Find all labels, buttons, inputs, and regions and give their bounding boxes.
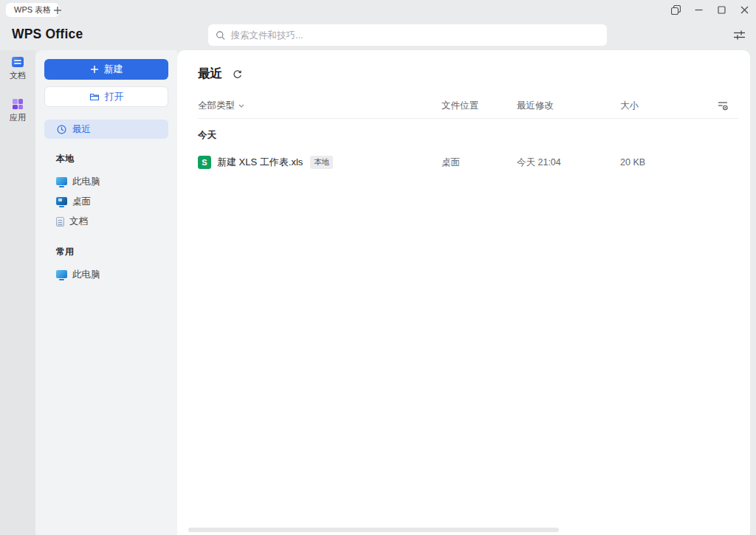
- close-icon: [740, 6, 749, 14]
- column-header-modified[interactable]: 最近修改: [517, 100, 620, 112]
- new-tab-button[interactable]: [51, 4, 64, 17]
- plus-icon: [53, 6, 62, 15]
- sidebar-item-label: 此电脑: [72, 176, 100, 188]
- app-title: WPS Office: [12, 27, 83, 42]
- column-header-size[interactable]: 大小: [620, 100, 718, 112]
- rail-item-label: 应用: [10, 112, 26, 123]
- computer-icon: [56, 270, 67, 278]
- global-settings-button[interactable]: [729, 24, 749, 45]
- list-header-row: 全部类型 文件位置 最近修改 大小: [198, 100, 738, 111]
- file-size: 20 KB: [620, 157, 718, 168]
- new-button-label: 新建: [104, 63, 123, 76]
- recent-label: 最近: [72, 123, 91, 136]
- rail-item-documents[interactable]: 文档: [0, 57, 35, 81]
- minimize-button[interactable]: [687, 1, 710, 20]
- stack-windows-icon: [671, 5, 681, 15]
- file-name: 新建 XLS 工作表.xls: [217, 156, 303, 169]
- file-main-cell: S 新建 XLS 工作表.xls 本地: [198, 156, 441, 169]
- list-display-settings-button[interactable]: [718, 100, 738, 111]
- plus-icon: [90, 65, 99, 74]
- main-panel: 最近 全部类型 文件位置 最近修改 大小: [177, 50, 750, 535]
- list-settings-icon: [718, 100, 728, 111]
- tab-label: WPS 表格: [14, 4, 51, 15]
- search-input[interactable]: [230, 30, 599, 41]
- sidebar-item-this-pc-frequent[interactable]: 此电脑: [56, 265, 177, 285]
- sidebar-item-this-pc[interactable]: 此电脑: [56, 172, 177, 192]
- minimize-icon: [695, 6, 703, 14]
- sidebar-item-label: 文档: [69, 215, 88, 228]
- sidebar-item-label: 此电脑: [72, 269, 100, 281]
- new-document-button[interactable]: 新建: [44, 59, 168, 80]
- rail-item-label: 文档: [10, 70, 26, 81]
- sidebar: 新建 打开 最近 本地 此电脑 桌面: [35, 50, 177, 535]
- page-title: 最近: [198, 66, 222, 82]
- type-filter-dropdown[interactable]: 全部类型: [198, 100, 244, 112]
- group-header-today: 今天: [198, 129, 738, 142]
- close-button[interactable]: [733, 1, 756, 20]
- document-icon: [56, 217, 64, 227]
- sidebar-item-label: 桌面: [72, 196, 91, 208]
- window-controls: [664, 0, 756, 20]
- desktop-icon: [56, 197, 67, 205]
- maximize-button[interactable]: [710, 1, 733, 20]
- column-header-location[interactable]: 文件位置: [441, 100, 517, 112]
- sliders-icon: [733, 30, 746, 41]
- spreadsheet-file-icon: S: [198, 156, 211, 169]
- search-box[interactable]: [208, 24, 607, 46]
- wps-office-window: WPS 表格: [0, 0, 756, 535]
- main-title-row: 最近: [198, 66, 738, 82]
- refresh-icon: [233, 70, 242, 80]
- sidebar-section-local: 本地: [56, 153, 177, 165]
- search-icon: [216, 30, 225, 41]
- sidebar-item-desktop[interactable]: 桌面: [56, 192, 177, 212]
- rail-item-apps[interactable]: 应用: [0, 99, 35, 123]
- documents-icon: [12, 57, 24, 67]
- open-file-button[interactable]: 打开: [44, 86, 168, 107]
- local-items: 此电脑 桌面 文档: [35, 172, 177, 232]
- stack-windows-button[interactable]: [664, 1, 687, 20]
- folder-open-icon: [89, 92, 100, 101]
- sidebar-item-recent[interactable]: 最近: [44, 120, 168, 139]
- chevron-down-icon: [238, 104, 244, 108]
- horizontal-scrollbar[interactable]: [188, 528, 559, 532]
- open-button-label: 打开: [105, 90, 124, 103]
- apps-icon: [13, 99, 23, 109]
- sidebar-item-documents[interactable]: 文档: [56, 212, 177, 232]
- file-modified: 今天 21:04: [517, 156, 620, 169]
- app-header: WPS Office: [0, 20, 756, 50]
- file-location: 桌面: [441, 156, 517, 169]
- sidebar-section-frequent: 常用: [56, 246, 177, 258]
- maximize-icon: [718, 6, 726, 14]
- frequent-items: 此电脑: [35, 265, 177, 285]
- refresh-button[interactable]: [233, 70, 242, 80]
- type-filter-label: 全部类型: [198, 100, 235, 112]
- file-row[interactable]: S 新建 XLS 工作表.xls 本地 桌面 今天 21:04 20 KB: [198, 151, 738, 173]
- list-divider: [198, 118, 738, 119]
- left-rail: 文档 应用: [0, 50, 35, 535]
- tab-bar: WPS 表格: [0, 0, 756, 20]
- computer-icon: [56, 177, 67, 185]
- file-location-badge: 本地: [310, 156, 333, 169]
- clock-icon: [57, 125, 66, 134]
